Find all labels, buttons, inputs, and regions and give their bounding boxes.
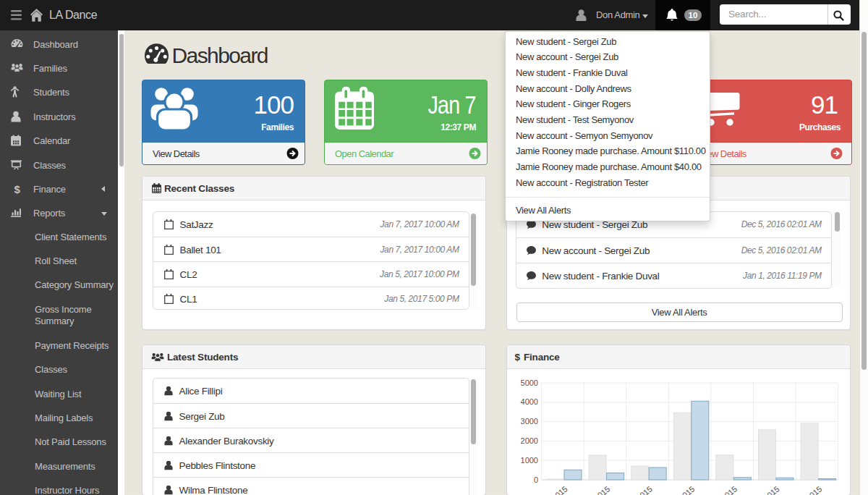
svg-text:2015: 2015 <box>677 484 696 495</box>
svg-text:0: 0 <box>534 475 538 484</box>
svg-text:5000: 5000 <box>521 378 538 387</box>
svg-text:2015: 2015 <box>720 484 739 495</box>
svg-text:2015: 2015 <box>635 484 654 495</box>
svg-text:2015: 2015 <box>550 484 569 495</box>
svg-text:4000: 4000 <box>521 397 538 406</box>
svg-text:2015: 2015 <box>592 484 611 495</box>
svg-text:2000: 2000 <box>521 436 538 445</box>
svg-text:3000: 3000 <box>521 417 538 426</box>
svg-text:2015: 2015 <box>762 484 780 495</box>
svg-text:2015: 2015 <box>804 484 823 495</box>
svg-text:1000: 1000 <box>521 456 538 465</box>
